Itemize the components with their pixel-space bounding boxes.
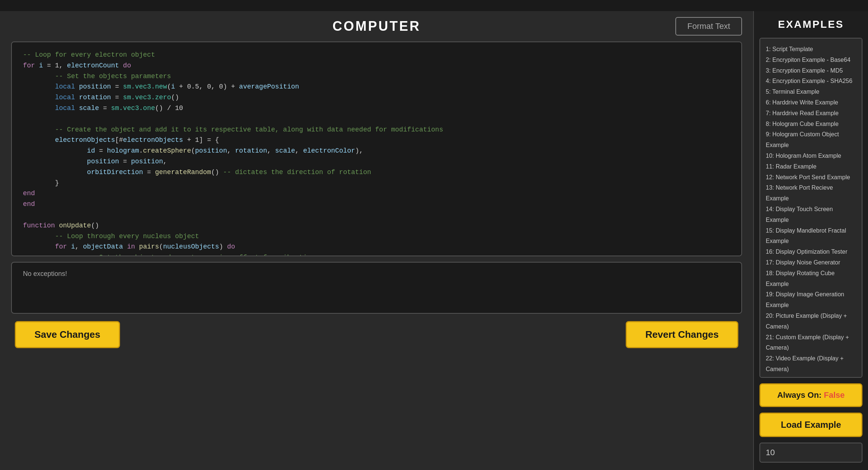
list-item[interactable]: 21: Custom Example (Display + Camera) xyxy=(766,332,856,354)
list-item[interactable]: 3: Encryption Example - MD5 xyxy=(766,66,856,76)
list-item[interactable]: 23: Speaker Example xyxy=(766,375,856,378)
list-item[interactable]: 20: Picture Example (Display + Camera) xyxy=(766,311,856,332)
exceptions-text: No exceptions! xyxy=(23,270,67,277)
format-text-button[interactable]: Format Text xyxy=(675,17,742,36)
save-changes-button[interactable]: Save Changes xyxy=(15,321,120,348)
list-item[interactable]: 6: Harddrive Write Example xyxy=(766,97,856,108)
list-item[interactable]: 16: Display Optimization Tester xyxy=(766,247,856,257)
list-item[interactable]: 14: Display Touch Screen Example xyxy=(766,204,856,226)
examples-title: EXAMPLES xyxy=(759,19,862,30)
list-item[interactable]: 17: Display Noise Generator xyxy=(766,257,856,268)
always-on-label: Always On: xyxy=(777,390,822,400)
revert-changes-button[interactable]: Revert Changes xyxy=(626,321,738,348)
list-item[interactable]: 5: Terminal Example xyxy=(766,87,856,97)
list-item[interactable]: 2: Encrypiton Example - Base64 xyxy=(766,55,856,66)
always-on-value: False xyxy=(824,390,845,400)
editor-title: COMPUTER xyxy=(333,19,421,34)
code-editor[interactable]: -- Loop for every electron object for i … xyxy=(11,41,742,256)
list-item[interactable]: 8: Hologram Cube Example xyxy=(766,119,856,130)
editor-area: COMPUTER Format Text -- Loop for every e… xyxy=(0,11,753,470)
editor-header: COMPUTER Format Text xyxy=(11,19,742,34)
list-item[interactable]: 13: Network Port Recieve Example xyxy=(766,183,856,204)
load-example-button[interactable]: Load Example xyxy=(759,413,862,437)
number-input[interactable] xyxy=(759,443,862,463)
list-item[interactable]: 22: Video Example (Display + Camera) xyxy=(766,353,856,375)
top-bar xyxy=(0,0,868,11)
always-on-button[interactable]: Always On: False xyxy=(759,383,862,407)
bottom-buttons: Save Changes Revert Changes xyxy=(11,321,742,348)
right-sidebar: EXAMPLES 1: Script Template2: Encrypiton… xyxy=(753,11,868,470)
list-item[interactable]: 12: Network Port Send Example xyxy=(766,172,856,183)
list-item[interactable]: 18: Display Rotating Cube Example xyxy=(766,268,856,290)
list-item[interactable]: 9: Hologram Custom Object Example xyxy=(766,129,856,151)
exceptions-panel: No exceptions! xyxy=(11,262,742,314)
list-item[interactable]: 1: Script Template xyxy=(766,44,856,55)
list-item[interactable]: 11: Radar Example xyxy=(766,161,856,172)
examples-list[interactable]: 1: Script Template2: Encrypiton Example … xyxy=(759,38,862,378)
main-layout: COMPUTER Format Text -- Loop for every e… xyxy=(0,11,868,470)
list-item[interactable]: 10: Hologram Atom Example xyxy=(766,151,856,161)
list-item[interactable]: 7: Harddrive Read Example xyxy=(766,108,856,119)
list-item[interactable]: 4: Encryption Example - SHA256 xyxy=(766,76,856,87)
list-item[interactable]: 19: Display Image Generation Example xyxy=(766,289,856,311)
list-item[interactable]: 15: Display Mandlebrot Fractal Example xyxy=(766,226,856,247)
